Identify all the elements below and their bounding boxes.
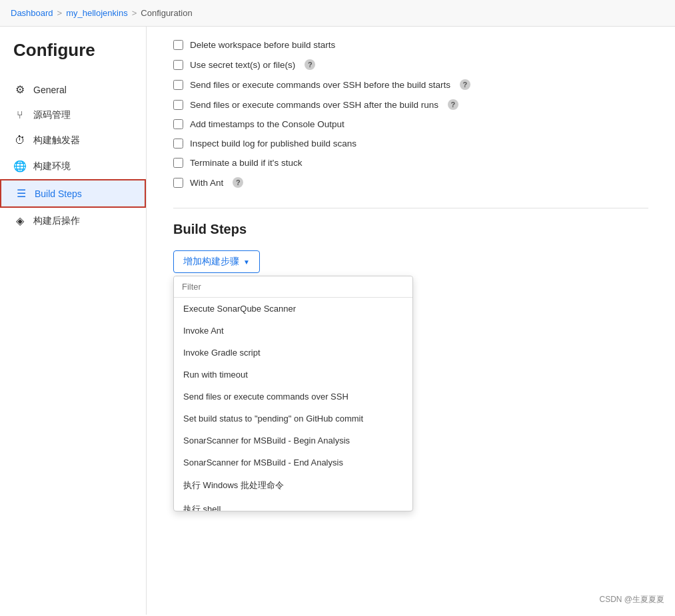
checkbox-label-terminate-stuck: Terminate a build if it's stuck <box>190 158 302 168</box>
sidebar-label-general: General <box>33 85 67 95</box>
dropdown-item-set-build-status[interactable]: Set build status to "pending" on GitHub … <box>174 408 412 430</box>
checkbox-use-secret[interactable] <box>173 60 183 70</box>
sidebar-title: Configure <box>0 40 146 77</box>
checkbox-label-with-ant: With Ant <box>190 178 223 188</box>
checkbox-label-inspect-build-log: Inspect build log for published build sc… <box>190 139 356 149</box>
checkbox-label-send-before-ssh: Send files or execute commands over SSH … <box>190 80 450 90</box>
checkbox-terminate-stuck[interactable] <box>173 158 183 168</box>
help-badge-with-ant[interactable]: ? <box>233 177 243 188</box>
dropdown-container: 增加构建步骤 ▼ Execute SonarQube ScannerInvoke… <box>173 250 260 273</box>
checkbox-label-use-secret: Use secret text(s) or file(s) <box>190 60 295 70</box>
sidebar-item-build-trigger[interactable]: ⏱构建触发器 <box>0 128 146 153</box>
section-divider <box>173 208 648 208</box>
dropdown-item-run-timeout[interactable]: Run with timeout <box>174 364 412 386</box>
sidebar: Configure ⚙General⑂源码管理⏱构建触发器🌐构建环境☰Build… <box>0 27 147 615</box>
checkbox-section: Delete workspace before build startsUse … <box>173 40 648 188</box>
checkbox-row-with-ant: With Ant? <box>173 177 648 188</box>
checkbox-row-delete-workspace: Delete workspace before build starts <box>173 40 648 50</box>
breadcrumb-dashboard[interactable]: Dashboard <box>11 8 53 18</box>
checkbox-inspect-build-log[interactable] <box>173 139 183 149</box>
checkbox-with-ant[interactable] <box>173 178 183 188</box>
breadcrumb-sep-1: > <box>57 8 63 18</box>
sidebar-item-post-build[interactable]: ◈构建后操作 <box>0 208 146 234</box>
checkbox-row-send-before-ssh: Send files or execute commands over SSH … <box>173 79 648 90</box>
checkbox-send-after-ssh[interactable] <box>173 100 183 110</box>
dropdown-item-shell[interactable]: 执行 shell <box>174 497 412 511</box>
checkbox-send-before-ssh[interactable] <box>173 80 183 90</box>
sidebar-icon-build-env: 🌐 <box>13 160 27 172</box>
help-badge-use-secret[interactable]: ? <box>305 59 315 70</box>
sidebar-label-build-steps: Build Steps <box>35 188 82 199</box>
sidebar-item-general[interactable]: ⚙General <box>0 77 146 103</box>
sidebar-label-post-build: 构建后操作 <box>33 215 80 227</box>
main-layout: Configure ⚙General⑂源码管理⏱构建触发器🌐构建环境☰Build… <box>0 27 675 615</box>
sidebar-label-source-control: 源码管理 <box>33 109 71 121</box>
sidebar-item-source-control[interactable]: ⑂源码管理 <box>0 103 146 128</box>
main-content: Delete workspace before build startsUse … <box>147 27 675 615</box>
dropdown-items-list: Execute SonarQube ScannerInvoke AntInvok… <box>174 298 412 511</box>
checkbox-list: Delete workspace before build startsUse … <box>173 40 648 188</box>
sidebar-icon-general: ⚙ <box>13 83 27 96</box>
sidebar-icon-build-steps: ☰ <box>15 187 28 200</box>
checkbox-row-add-timestamps: Add timestamps to the Console Output <box>173 119 648 129</box>
add-build-step-label: 增加构建步骤 <box>183 256 239 268</box>
checkbox-row-inspect-build-log: Inspect build log for published build sc… <box>173 139 648 149</box>
breadcrumb-project[interactable]: my_hellojenkins <box>66 8 128 18</box>
help-badge-send-after-ssh[interactable]: ? <box>448 99 458 110</box>
breadcrumb-sep-2: > <box>132 8 137 18</box>
sidebar-item-build-steps[interactable]: ☰Build Steps <box>0 179 146 208</box>
sidebar-icon-build-trigger: ⏱ <box>13 135 27 147</box>
build-steps-title: Build Steps <box>173 222 648 237</box>
dropdown-item-sonarscanner-end[interactable]: SonarScanner for MSBuild - End Analysis <box>174 452 412 473</box>
checkbox-delete-workspace[interactable] <box>173 40 183 50</box>
dropdown-item-sonarscanner-begin[interactable]: SonarScanner for MSBuild - Begin Analysi… <box>174 430 412 452</box>
checkbox-label-send-after-ssh: Send files or execute commands over SSH … <box>190 100 438 110</box>
checkbox-label-delete-workspace: Delete workspace before build starts <box>190 40 335 50</box>
dropdown-item-invoke-gradle[interactable]: Invoke Gradle script <box>174 342 412 364</box>
help-badge-send-before-ssh[interactable]: ? <box>460 79 470 90</box>
add-build-step-button[interactable]: 增加构建步骤 ▼ <box>173 250 260 273</box>
checkbox-row-send-after-ssh: Send files or execute commands over SSH … <box>173 99 648 110</box>
sidebar-icon-post-build: ◈ <box>13 214 27 227</box>
dropdown-arrow-icon: ▼ <box>243 258 250 266</box>
sidebar-item-build-env[interactable]: 🌐构建环境 <box>0 153 146 179</box>
sidebar-items-container: ⚙General⑂源码管理⏱构建触发器🌐构建环境☰Build Steps◈构建后… <box>0 77 146 234</box>
checkbox-label-add-timestamps: Add timestamps to the Console Output <box>190 119 344 129</box>
dropdown-item-sonarqube[interactable]: Execute SonarQube Scanner <box>174 298 412 320</box>
build-steps-section: Build Steps 增加构建步骤 ▼ Execute SonarQube S… <box>173 222 648 273</box>
dropdown-item-windows-batch[interactable]: 执行 Windows 批处理命令 <box>174 473 412 497</box>
checkbox-add-timestamps[interactable] <box>173 119 183 129</box>
dropdown-menu: Execute SonarQube ScannerInvoke AntInvok… <box>173 276 413 511</box>
dropdown-item-invoke-ant[interactable]: Invoke Ant <box>174 320 412 342</box>
sidebar-icon-source-control: ⑂ <box>13 109 27 121</box>
dropdown-filter-input[interactable] <box>174 276 412 298</box>
sidebar-label-build-env: 构建环境 <box>33 160 71 172</box>
breadcrumb: Dashboard > my_hellojenkins > Configurat… <box>0 0 675 27</box>
watermark: CSDN @生夏夏夏 <box>599 594 664 605</box>
breadcrumb-current: Configuration <box>141 8 192 18</box>
checkbox-row-use-secret: Use secret text(s) or file(s)? <box>173 59 648 70</box>
sidebar-label-build-trigger: 构建触发器 <box>33 135 80 147</box>
dropdown-item-send-ssh[interactable]: Send files or execute commands over SSH <box>174 386 412 408</box>
checkbox-row-terminate-stuck: Terminate a build if it's stuck <box>173 158 648 168</box>
